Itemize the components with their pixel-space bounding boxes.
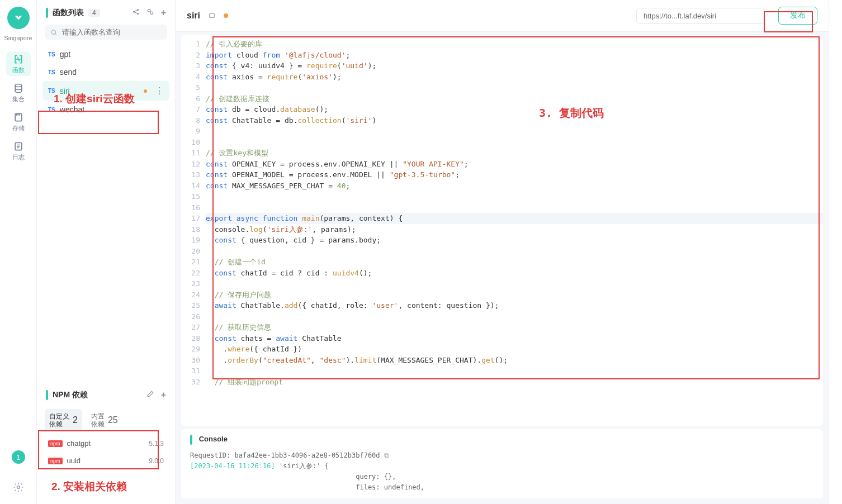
dep-version: 9.0.0 — [149, 457, 164, 465]
function-name: gpt — [60, 50, 70, 59]
nav-storage[interactable]: 存储 — [6, 110, 31, 134]
dirty-indicator — [224, 13, 228, 18]
tag-icon[interactable] — [208, 12, 216, 20]
share-icon[interactable] — [132, 8, 140, 18]
notification-badge[interactable]: 1 — [12, 450, 25, 464]
npm-badge-icon: npm — [48, 440, 63, 447]
npm-tab[interactable]: 内置 依赖25 — [87, 409, 122, 431]
more-icon[interactable]: ⋮ — [155, 85, 164, 96]
svg-point-9 — [51, 30, 55, 34]
svg-point-5 — [137, 9, 138, 10]
main-area: siri 发布 4. 点击发布 123456789101112131415161… — [176, 0, 829, 504]
link-icon[interactable] — [146, 8, 154, 18]
npm-header: NPM 依赖 + — [42, 388, 169, 406]
ts-badge: TS — [48, 69, 55, 75]
function-item-gpt[interactable]: TSgpt — [42, 45, 169, 63]
npm-tab[interactable]: 自定义 依赖2 — [45, 409, 82, 431]
svg-point-4 — [133, 11, 134, 12]
svg-point-0 — [15, 84, 22, 87]
function-list-header: 函数列表 4 + — [42, 6, 169, 23]
app-logo[interactable] — [7, 7, 30, 29]
function-count: 4 — [88, 9, 100, 17]
request-id-label: RequestID: — [190, 451, 230, 459]
copy-request-id[interactable]: ⧉ — [384, 451, 389, 459]
current-file-name: siri — [187, 11, 200, 21]
function-search[interactable] — [45, 25, 167, 40]
function-item-send[interactable]: TSsend — [42, 63, 169, 81]
function-list-title: 函数列表 — [53, 8, 84, 18]
region-label: Singapore — [4, 35, 32, 41]
gear-icon — [13, 482, 24, 493]
database-icon — [13, 83, 24, 94]
publish-button[interactable]: 发布 — [778, 7, 817, 25]
ts-badge: TS — [48, 51, 55, 58]
svg-point-7 — [148, 9, 150, 12]
dep-name: chatgpt — [67, 439, 91, 448]
edit-npm-icon[interactable] — [146, 390, 154, 400]
function-search-input[interactable] — [62, 28, 162, 36]
nav-settings[interactable] — [6, 475, 31, 500]
nav-rail: Singapore 函数 集合 存储 日志 1 — [0, 0, 37, 504]
dirty-dot — [144, 89, 147, 93]
dep-row-chatgpt[interactable]: npmchatgpt5.1.3 — [42, 435, 169, 452]
log-icon — [13, 141, 24, 152]
function-icon — [13, 54, 24, 65]
svg-point-3 — [17, 486, 20, 489]
annotation-3: 3. 复制代码 — [539, 106, 604, 121]
function-name: wechat — [60, 105, 84, 114]
logo-icon — [12, 12, 25, 24]
ts-badge: TS — [48, 107, 55, 113]
dep-name: uuid — [67, 457, 81, 465]
code-editor[interactable]: 1234567891011121314151617181920212223242… — [181, 35, 823, 426]
nav-logs[interactable]: 日志 — [6, 139, 31, 163]
npm-badge-icon: npm — [48, 458, 63, 464]
console-title: Console — [199, 435, 228, 443]
console-panel: Console RequestID: bafa42ee-1bb3-4096-a2… — [181, 429, 823, 498]
svg-point-6 — [137, 13, 138, 14]
annotation-1: 1. 创建siri云函数 — [54, 92, 135, 106]
right-rail[interactable] — [829, 0, 842, 504]
svg-rect-10 — [209, 14, 214, 18]
sd-card-icon — [13, 112, 24, 123]
nav-functions[interactable]: 函数 — [6, 51, 31, 76]
console-timestamp: [2023-04-16 11:26:16] — [190, 462, 275, 470]
npm-title: NPM 依赖 — [53, 390, 88, 400]
add-npm-button[interactable]: + — [161, 390, 166, 400]
code-content[interactable]: // 引入必要的库import cloud from '@lafjs/cloud… — [206, 35, 823, 426]
annotation-2: 2. 安装相关依赖 — [51, 479, 127, 494]
nav-collections[interactable]: 集合 — [6, 80, 31, 105]
accent-bar — [46, 8, 48, 18]
function-name: send — [60, 68, 77, 77]
topbar: siri 发布 — [176, 0, 829, 32]
svg-point-8 — [150, 12, 153, 15]
line-gutter: 1234567891011121314151617181920212223242… — [181, 35, 206, 426]
search-icon — [50, 28, 58, 36]
add-function-button[interactable]: + — [161, 8, 166, 18]
sidebar: 函数列表 4 + TSgptTSsendTSsiri⋮TSwechat 1. 创… — [37, 0, 176, 504]
dep-row-uuid[interactable]: npmuuid9.0.0 — [42, 452, 169, 469]
dep-version: 5.1.3 — [149, 440, 164, 448]
request-id-value: bafa42ee-1bb3-4096-a2e8-0512b3bf760d — [234, 451, 380, 459]
function-url[interactable] — [636, 8, 765, 24]
